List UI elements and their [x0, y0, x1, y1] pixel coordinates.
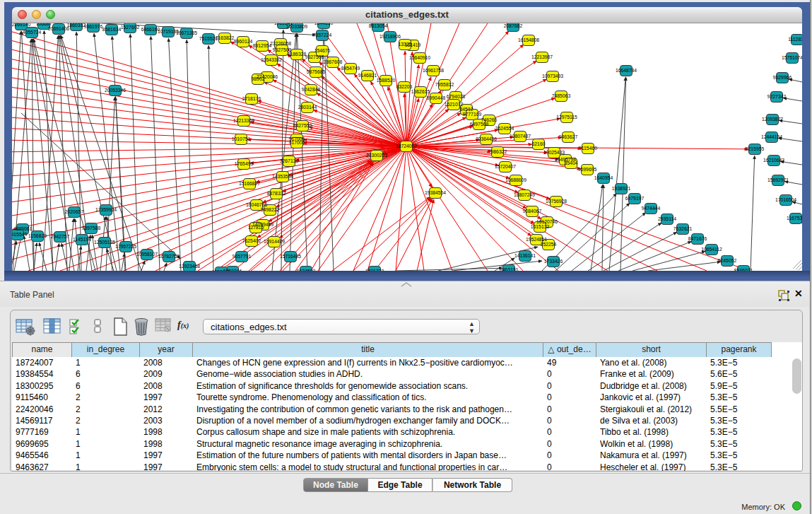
svg-text:832203: 832203: [396, 84, 413, 89]
svg-text:1765493: 1765493: [235, 161, 254, 166]
svg-text:20053346: 20053346: [105, 88, 126, 93]
svg-text:10756928: 10756928: [546, 199, 567, 204]
svg-text:19218906: 19218906: [379, 34, 401, 39]
svg-text:8186328: 8186328: [288, 52, 307, 57]
svg-text:9463627: 9463627: [559, 134, 578, 139]
svg-text:62160: 62160: [532, 141, 546, 146]
svg-text:17016504: 17016504: [775, 197, 796, 202]
svg-text:9657791: 9657791: [233, 254, 252, 259]
svg-text:12923468: 12923468: [179, 264, 200, 269]
svg-text:127815: 127815: [248, 225, 264, 230]
svg-text:15751074: 15751074: [782, 55, 802, 60]
svg-text:9084067: 9084067: [523, 209, 542, 214]
svg-text:9361976: 9361976: [84, 24, 103, 29]
svg-text:98902: 98902: [252, 76, 265, 81]
svg-text:15720407: 15720407: [495, 164, 516, 169]
svg-text:2269140: 2269140: [12, 23, 30, 27]
svg-text:14353594: 14353594: [272, 174, 293, 179]
svg-text:1733426: 1733426: [544, 259, 563, 264]
svg-text:20691406: 20691406: [48, 26, 69, 31]
svg-text:18724007: 18724007: [396, 144, 417, 148]
svg-text:1156829: 1156829: [28, 233, 47, 238]
svg-text:9777169: 9777169: [463, 112, 482, 117]
svg-text:252254: 252254: [541, 242, 557, 247]
svg-text:19384554: 19384554: [425, 190, 446, 195]
svg-text:1844810: 1844810: [314, 23, 334, 25]
svg-text:12444154: 12444154: [761, 134, 782, 139]
svg-text:1527602: 1527602: [121, 25, 140, 30]
svg-text:2020657: 2020657: [65, 209, 84, 214]
svg-text:8427552: 8427552: [293, 123, 312, 128]
svg-text:10973493: 10973493: [542, 74, 563, 78]
svg-text:9227342: 9227342: [767, 94, 787, 99]
svg-text:3915549: 3915549: [12, 232, 27, 237]
svg-text:1167531: 1167531: [787, 216, 802, 221]
svg-text:20364436: 20364436: [476, 136, 497, 141]
svg-text:6497568: 6497568: [470, 122, 489, 127]
svg-text:15166827: 15166827: [239, 181, 260, 186]
svg-text:16154808: 16154808: [518, 37, 539, 42]
svg-text:7485063: 7485063: [552, 93, 571, 98]
svg-text:2718176: 2718176: [242, 96, 261, 101]
svg-text:14136141: 14136141: [514, 253, 536, 258]
svg-text:7357224: 7357224: [313, 33, 332, 37]
svg-text:15692971: 15692971: [767, 177, 789, 182]
svg-text:1362615: 1362615: [411, 89, 430, 94]
svg-text:10688609: 10688609: [505, 177, 526, 182]
svg-text:4889061: 4889061: [13, 226, 33, 231]
svg-text:6479197: 6479197: [625, 196, 645, 201]
svg-text:12093872: 12093872: [762, 117, 783, 122]
svg-text:1860312: 1860312: [67, 23, 86, 28]
svg-text:9699695: 9699695: [578, 167, 597, 172]
svg-text:2942757: 2942757: [51, 234, 70, 239]
svg-text:16046786: 16046786: [246, 202, 267, 207]
svg-text:12213369: 12213369: [233, 118, 254, 123]
svg-text:1010751: 1010751: [232, 136, 251, 141]
svg-text:9329966: 9329966: [773, 75, 792, 80]
svg-text:7625402: 7625402: [242, 238, 261, 243]
svg-text:16671385: 16671385: [176, 30, 197, 35]
svg-text:1112815: 1112815: [788, 37, 802, 42]
svg-text:16648784: 16648784: [616, 68, 637, 73]
svg-text:8960124: 8960124: [234, 39, 253, 44]
svg-text:3624554: 3624554: [495, 126, 514, 131]
svg-text:9146821: 9146821: [358, 73, 377, 78]
svg-text:2867608: 2867608: [324, 59, 343, 64]
svg-text:9327508: 9327508: [305, 54, 324, 59]
svg-text:9115460: 9115460: [579, 146, 597, 151]
svg-text:7955812: 7955812: [435, 82, 454, 87]
svg-text:17957225: 17957225: [115, 244, 136, 249]
svg-text:19524851: 19524851: [526, 237, 547, 242]
svg-text:1938921: 1938921: [612, 186, 631, 191]
svg-text:16120746: 16120746: [536, 219, 558, 224]
svg-text:8215955: 8215955: [746, 146, 765, 151]
svg-text:5875685: 5875685: [307, 69, 326, 74]
svg-text:8454749: 8454749: [341, 66, 360, 71]
svg-text:7163822: 7163822: [216, 35, 235, 40]
svg-text:2087682: 2087682: [504, 23, 523, 28]
svg-text:1063341: 1063341: [274, 23, 293, 25]
svg-text:154676: 154676: [314, 48, 331, 53]
svg-text:10958107: 10958107: [136, 252, 158, 257]
svg-text:17359924: 17359924: [95, 207, 117, 212]
svg-text:15716485: 15716485: [280, 254, 301, 259]
svg-text:3498222: 3498222: [261, 207, 280, 212]
svg-text:8581634: 8581634: [102, 27, 122, 32]
svg-text:1615132: 1615132: [531, 224, 550, 229]
svg-text:23226058: 23226058: [270, 41, 291, 46]
svg-text:10025433: 10025433: [543, 150, 565, 155]
svg-text:8813054: 8813054: [369, 23, 388, 28]
svg-text:1640954: 1640954: [594, 175, 613, 180]
svg-text:1588520: 1588520: [377, 78, 396, 83]
svg-text:9397588: 9397588: [82, 226, 101, 230]
svg-text:10807487: 10807487: [510, 134, 531, 139]
svg-text:7986322: 7986322: [488, 149, 507, 154]
svg-text:7632621: 7632621: [673, 226, 693, 231]
svg-text:16210643: 16210643: [763, 158, 784, 163]
svg-text:15640910: 15640910: [409, 55, 430, 60]
svg-text:9245052: 9245052: [718, 258, 737, 263]
svg-text:10543382: 10543382: [261, 57, 282, 62]
svg-text:4055724: 4055724: [23, 30, 42, 35]
svg-text:1621072: 1621072: [445, 102, 464, 107]
svg-text:9242848: 9242848: [302, 87, 321, 92]
